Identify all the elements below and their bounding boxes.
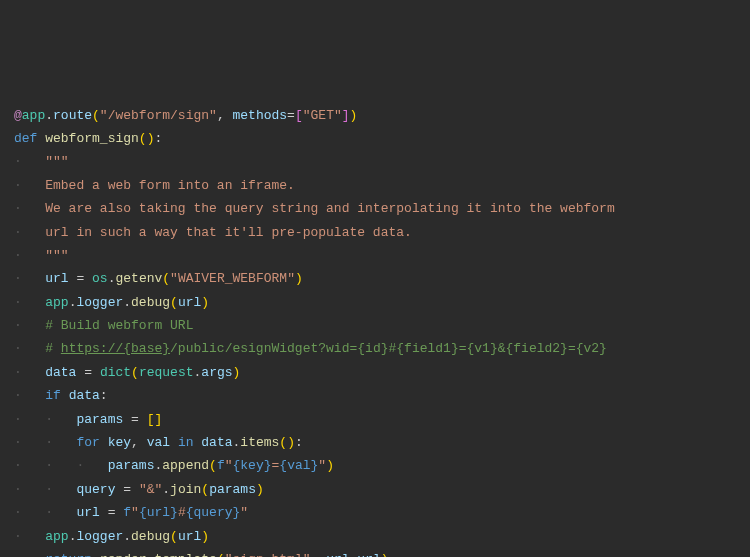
code-block: @app.route("/webform/sign", methods=["GE… [14, 104, 736, 557]
code-line: · · for key, val in data.items(): [14, 431, 736, 454]
code-line: · return render_template("sign.html", ur… [14, 548, 736, 557]
code-line: def webform_sign(): [14, 127, 736, 150]
code-line: @app.route("/webform/sign", methods=["GE… [14, 104, 736, 127]
code-line: · · params = [] [14, 408, 736, 431]
code-line: · app.logger.debug(url) [14, 291, 736, 314]
code-line: · app.logger.debug(url) [14, 525, 736, 548]
code-line: · url = os.getenv("WAIVER_WEBFORM") [14, 267, 736, 290]
code-line: · # https://{base}/public/esignWidget?wi… [14, 337, 736, 360]
code-line: · # Build webform URL [14, 314, 736, 337]
code-line: · · query = "&".join(params) [14, 478, 736, 501]
code-line: · We are also taking the query string an… [14, 197, 736, 220]
code-line: · if data: [14, 384, 736, 407]
code-line: · url in such a way that it'll pre-popul… [14, 221, 736, 244]
code-line: · """ [14, 244, 736, 267]
code-line: · """ [14, 150, 736, 173]
code-line: · Embed a web form into an iframe. [14, 174, 736, 197]
code-line: · · · params.append(f"{key}={val}") [14, 454, 736, 477]
code-line: · data = dict(request.args) [14, 361, 736, 384]
code-line: · · url = f"{url}#{query}" [14, 501, 736, 524]
